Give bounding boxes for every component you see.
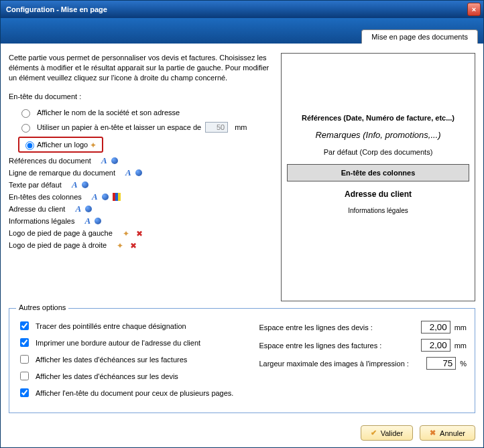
radio-paper-header-input[interactable] [21, 124, 30, 133]
line-spacing-quotes-label: Espace entre les lignes des devis : [259, 323, 372, 331]
font-icon[interactable]: A [125, 169, 131, 177]
radio-logo-row: Afficher un logo [18, 137, 274, 153]
preview-client-address: Adresse du client [287, 190, 469, 199]
font-icon[interactable]: A [101, 157, 107, 165]
max-image-width-input[interactable] [426, 357, 456, 370]
max-image-width-label: Largeur maximale des images à l'impressi… [259, 360, 408, 368]
radio-paper-header[interactable]: Utiliser un papier à en-tête et laisser … [18, 122, 274, 133]
chk-due-quotes-label: Afficher les dates d'échéances sur les d… [36, 372, 178, 380]
header-space-input[interactable] [205, 122, 228, 133]
item-remark: Ligne de remarque du document A [9, 169, 274, 177]
delete-icon[interactable] [136, 229, 145, 237]
radio-logo-input[interactable] [25, 141, 34, 150]
chk-address-border-input[interactable] [20, 338, 29, 347]
chk-dotted-lines-input[interactable] [20, 321, 29, 330]
radio-company-name[interactable]: Afficher le nom de la société et son adr… [18, 107, 274, 118]
item-references: Références du document A [9, 157, 274, 165]
chk-header-multipage-label: Afficher l'en-tête du document pour ceux… [36, 389, 233, 397]
preview-default-body: Par défaut (Corp des documents) [287, 148, 469, 156]
line-spacing-invoices: Espace entre les lignes des factures : m… [259, 339, 467, 352]
font-icon[interactable]: A [75, 205, 81, 213]
item-footer-logo-right-label: Logo de pied de page à droite [9, 241, 107, 249]
item-footer-logo-right: Logo de pied de page à droite [9, 241, 274, 249]
edit-icon[interactable] [123, 229, 132, 237]
edit-logo-icon[interactable] [90, 141, 99, 149]
preview-remarks: Remarques (Info, promotions,...) [287, 130, 469, 140]
radio-paper-header-label: Utiliser un papier à en-tête et laisser … [37, 123, 201, 131]
chk-due-invoices-input[interactable] [20, 355, 29, 364]
left-column: Cette partie vous permet de personnalise… [9, 53, 274, 301]
color-icon[interactable] [85, 206, 92, 212]
ok-button[interactable]: Valider [361, 425, 413, 441]
radio-logo-label: Afficher un logo [37, 141, 88, 149]
preview-pane: Références (Date, Numéro de facture, etc… [281, 53, 475, 301]
color-icon[interactable] [95, 218, 101, 224]
item-column-headers-label: En-têtes des colonnes [9, 193, 82, 201]
chk-dotted-lines[interactable]: Tracer des pointillés entre chaque désig… [17, 319, 245, 332]
radio-company-name-input[interactable] [21, 109, 30, 118]
preview-references: Références (Date, Numéro de facture, etc… [287, 114, 469, 122]
chk-address-border-label: Imprimer une bordure autour de l'adresse… [36, 339, 200, 347]
item-client-address-label: Adresse du client [9, 205, 65, 213]
line-spacing-quotes-input[interactable] [421, 321, 450, 333]
intro-text: Cette partie vous permet de personnalise… [9, 53, 274, 83]
color-icon[interactable] [102, 194, 109, 200]
chk-header-multipage-input[interactable] [20, 388, 29, 397]
chk-due-invoices-label: Afficher les dates d'échéances sur les f… [36, 356, 187, 364]
chk-address-border[interactable]: Imprimer une bordure autour de l'adresse… [17, 336, 245, 349]
close-button[interactable]: × [467, 3, 481, 16]
content: Cette partie vous permet de personnalise… [1, 44, 483, 420]
edit-icon[interactable] [117, 241, 126, 249]
close-icon: × [472, 5, 476, 13]
other-options-fieldset: Autres options Tracer des pointillés ent… [9, 308, 475, 413]
footer: Valider Annuler [1, 420, 483, 447]
cancel-button-label: Annuler [440, 429, 465, 437]
max-image-width-unit: % [460, 360, 467, 368]
color-icon[interactable] [111, 157, 118, 164]
tab-label: Mise en page des documents [371, 33, 468, 41]
radio-company-name-label: Afficher le nom de la société et son adr… [37, 108, 180, 117]
options-left: Tracer des pointillés entre chaque désig… [17, 315, 245, 403]
item-default-text-label: Texte par défaut [9, 181, 62, 189]
chk-due-quotes-input[interactable] [20, 372, 29, 380]
font-icon[interactable]: A [85, 217, 91, 225]
tab-layout[interactable]: Mise en page des documents [361, 29, 478, 44]
color-icon[interactable] [135, 169, 142, 176]
item-footer-logo-left-label: Logo de pied de page à gauche [9, 229, 113, 237]
other-options-legend: Autres options [16, 303, 68, 311]
ok-button-label: Valider [381, 429, 403, 437]
color-icon[interactable] [82, 181, 88, 188]
item-remark-label: Ligne de remarque du document [9, 169, 115, 177]
line-spacing-invoices-label: Espace entre les lignes des factures : [259, 342, 381, 350]
item-references-label: Références du document [9, 157, 91, 165]
window-title: Configuration - Mise en page [6, 5, 107, 13]
top-row: Cette partie vous permet de personnalise… [9, 53, 475, 301]
cancel-button[interactable]: Annuler [420, 425, 475, 441]
chk-due-quotes[interactable]: Afficher les dates d'échéances sur les d… [17, 370, 245, 382]
tab-strip: Mise en page des documents [1, 18, 483, 44]
header-space-unit: mm [235, 123, 247, 131]
chk-dotted-lines-label: Tracer des pointillés entre chaque désig… [36, 322, 186, 330]
preview-column-header: En-tête des colonnes [287, 164, 469, 181]
options-row: Tracer des pointillés entre chaque désig… [17, 315, 467, 403]
line-spacing-invoices-input[interactable] [421, 339, 450, 352]
item-legal-info: Informations légales A [9, 217, 274, 225]
radio-logo-highlight: Afficher un logo [18, 137, 103, 153]
font-icon[interactable]: A [92, 193, 98, 201]
preview-legal-info: Informations légales [287, 207, 469, 214]
columns-icon[interactable] [113, 193, 121, 201]
max-image-width: Largeur maximale des images à l'impressi… [259, 357, 467, 370]
item-footer-logo-left: Logo de pied de page à gauche [9, 229, 274, 237]
line-spacing-quotes: Espace entre les lignes des devis : mm [259, 321, 467, 333]
cancel-icon [430, 429, 436, 437]
titlebar: Configuration - Mise en page × [1, 1, 483, 18]
item-legal-info-label: Informations légales [9, 217, 74, 225]
config-window: Configuration - Mise en page × Mise en p… [0, 0, 484, 448]
chk-header-multipage[interactable]: Afficher l'en-tête du document pour ceux… [17, 386, 245, 399]
item-column-headers: En-têtes des colonnes A [9, 193, 274, 201]
delete-icon[interactable] [130, 241, 139, 249]
font-icon[interactable]: A [72, 181, 78, 189]
chk-due-invoices[interactable]: Afficher les dates d'échéances sur les f… [17, 353, 245, 366]
header-section-label: En-tête du document : [9, 92, 274, 100]
options-right: Espace entre les lignes des devis : mm E… [259, 315, 467, 403]
